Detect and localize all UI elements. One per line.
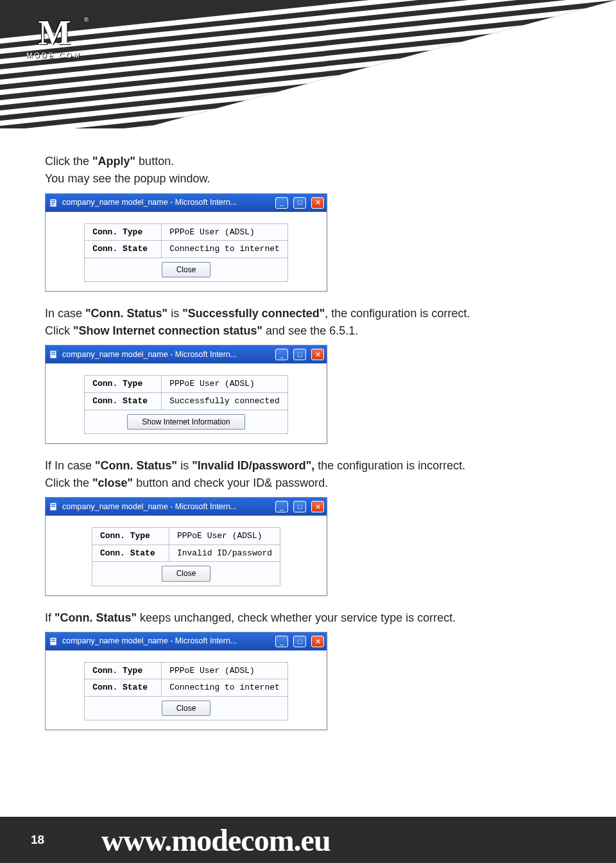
registered-mark: ® xyxy=(84,17,89,23)
minimize-button[interactable]: _ xyxy=(275,349,288,360)
para-checkpw: Click the "close" button and check your … xyxy=(45,475,571,491)
table-row: Close xyxy=(92,562,280,586)
connection-table: Conn. Type PPPoE User (ADSL) Conn. State… xyxy=(92,527,280,586)
svg-rect-23 xyxy=(51,504,55,505)
conn-type-label: Conn. Type xyxy=(85,662,162,679)
ie-page-icon xyxy=(49,637,58,646)
conn-state-value: Connecting to internet xyxy=(162,241,288,258)
conn-state-label: Conn. State xyxy=(85,393,162,410)
table-row: Show Internet Information xyxy=(85,410,288,433)
connection-table: Conn. Type PPPoE User (ADSL) Conn. State… xyxy=(84,223,288,282)
conn-state-value: Successfully connected xyxy=(162,393,288,410)
svg-rect-26 xyxy=(51,639,55,640)
close-button[interactable]: Close xyxy=(162,262,211,277)
page-number: 18 xyxy=(31,833,63,847)
table-row: Conn. State Connecting to internet xyxy=(85,241,288,258)
popup-success: company_name model_name - Microsoft Inte… xyxy=(45,345,327,443)
maximize-button[interactable]: □ xyxy=(293,636,306,647)
table-row: Conn. Type PPPoE User (ADSL) xyxy=(85,223,288,241)
window-close-button[interactable]: ✕ xyxy=(311,197,324,209)
popup-connecting-again: company_name model_name - Microsoft Inte… xyxy=(45,632,327,730)
minimize-button[interactable]: _ xyxy=(275,501,288,512)
popup-invalid: company_name model_name - Microsoft Inte… xyxy=(45,497,327,595)
svg-rect-21 xyxy=(51,354,55,355)
table-row: Conn. State Invalid ID/password xyxy=(92,545,280,562)
window-close-button[interactable]: ✕ xyxy=(311,636,324,647)
ie-page-icon xyxy=(49,198,58,207)
para-popup: You may see the popup window. xyxy=(45,171,571,186)
maximize-button[interactable]: □ xyxy=(293,501,306,512)
table-row: Close xyxy=(85,257,288,281)
popup-title-text: company_name model_name - Microsoft Inte… xyxy=(62,636,270,647)
popup-titlebar: company_name model_name - Microsoft Inte… xyxy=(46,498,327,516)
conn-state-label: Conn. State xyxy=(92,545,169,562)
brand-logo: ® M MODE COM xyxy=(22,15,86,60)
popup-connecting: company_name model_name - Microsoft Inte… xyxy=(45,193,327,292)
conn-type-value: PPPoE User (ADSL) xyxy=(162,662,288,679)
logo-name: MODE COM xyxy=(22,51,86,59)
connection-table: Conn. Type PPPoE User (ADSL) Conn. State… xyxy=(84,662,288,720)
table-row: Conn. Type PPPoE User (ADSL) xyxy=(85,376,288,393)
conn-type-label: Conn. Type xyxy=(85,223,162,241)
page-content: Click the "Apply" button. You may see th… xyxy=(45,152,571,744)
conn-type-value: PPPoE User (ADSL) xyxy=(162,376,288,393)
conn-state-value: Invalid ID/password xyxy=(169,545,280,562)
popup-titlebar: company_name model_name - Microsoft Inte… xyxy=(46,345,327,363)
window-close-button[interactable]: ✕ xyxy=(311,349,324,360)
para-unchanged: If "Conn. Status" keeps unchanged, check… xyxy=(45,610,571,625)
popup-title-text: company_name model_name - Microsoft Inte… xyxy=(62,197,270,208)
conn-state-label: Conn. State xyxy=(85,241,162,258)
maximize-button[interactable]: □ xyxy=(293,197,306,209)
ie-page-icon xyxy=(49,502,58,511)
para-success: In case "Conn. Status" is "Successfully … xyxy=(45,306,571,321)
connection-table: Conn. Type PPPoE User (ADSL) Conn. State… xyxy=(84,375,288,433)
popup-title-text: company_name model_name - Microsoft Inte… xyxy=(62,501,270,512)
footer-url: www.modecom.eu xyxy=(101,823,330,858)
popup-titlebar: company_name model_name - Microsoft Inte… xyxy=(46,194,327,212)
close-button[interactable]: Close xyxy=(162,566,211,581)
table-row: Conn. Type PPPoE User (ADSL) xyxy=(85,662,288,679)
window-close-button[interactable]: ✕ xyxy=(311,501,324,512)
maximize-button[interactable]: □ xyxy=(293,349,306,360)
logo-mark: M xyxy=(22,15,86,50)
table-row: Conn. Type PPPoE User (ADSL) xyxy=(92,528,280,545)
conn-type-value: PPPoE User (ADSL) xyxy=(169,528,280,545)
conn-type-label: Conn. Type xyxy=(85,376,162,393)
show-internet-info-button[interactable]: Show Internet Information xyxy=(127,414,244,430)
close-button[interactable]: Close xyxy=(162,701,211,716)
svg-rect-27 xyxy=(51,641,55,642)
ie-page-icon xyxy=(49,350,58,359)
table-row: Conn. State Connecting to internet xyxy=(85,679,288,697)
svg-rect-17 xyxy=(51,202,55,204)
para-invalid: If In case "Conn. Status" is "Invalid ID… xyxy=(45,458,571,473)
para-apply: Click the "Apply" button. xyxy=(45,153,571,169)
table-row: Close xyxy=(85,697,288,720)
minimize-button[interactable]: _ xyxy=(275,636,288,647)
conn-type-label: Conn. Type xyxy=(92,528,169,545)
minimize-button[interactable]: _ xyxy=(275,197,288,209)
svg-rect-20 xyxy=(51,352,55,353)
conn-state-value: Connecting to internet xyxy=(162,679,288,697)
popup-titlebar: company_name model_name - Microsoft Inte… xyxy=(46,632,327,650)
popup-title-text: company_name model_name - Microsoft Inte… xyxy=(62,349,270,360)
page-footer: 18 www.modecom.eu xyxy=(0,817,616,863)
para-showstatus: Click "Show Internet connection status" … xyxy=(45,323,571,338)
header-stripes xyxy=(0,0,616,128)
conn-type-value: PPPoE User (ADSL) xyxy=(162,223,288,241)
table-row: Conn. State Successfully connected xyxy=(85,393,288,410)
svg-rect-24 xyxy=(51,506,55,507)
svg-rect-18 xyxy=(51,204,54,205)
conn-state-label: Conn. State xyxy=(85,679,162,697)
svg-rect-16 xyxy=(51,200,55,202)
